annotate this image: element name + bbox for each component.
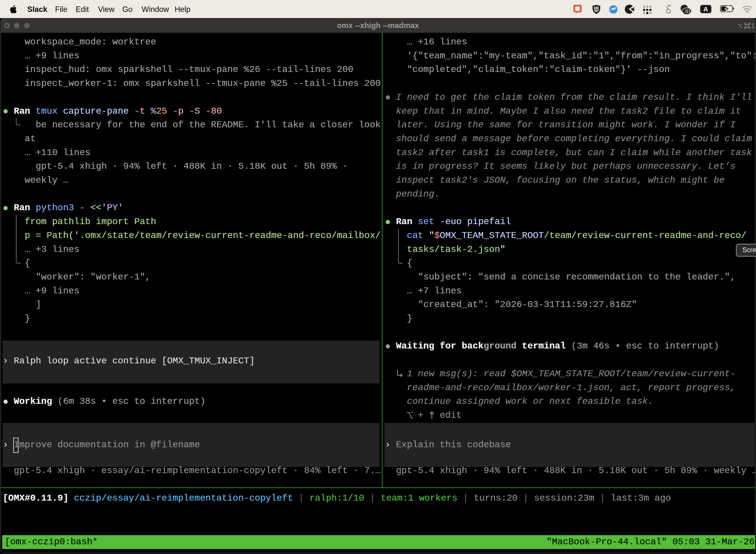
svg-text:..61: ..61: [683, 8, 691, 14]
